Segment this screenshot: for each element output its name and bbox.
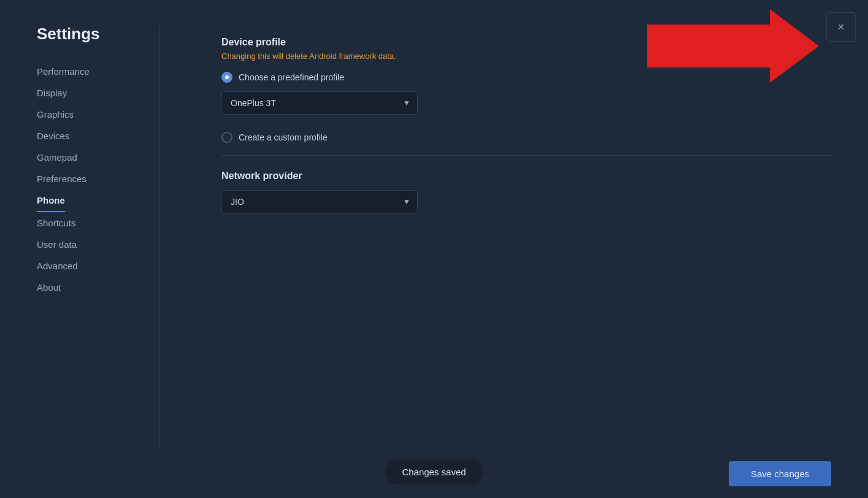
radio-predefined-circle bbox=[221, 72, 232, 83]
sidebar-item-about[interactable]: About bbox=[37, 277, 135, 298]
device-profile-section: Device profile Changing this will delete… bbox=[221, 37, 831, 143]
device-profile-label: Device profile bbox=[221, 37, 831, 48]
sidebar-item-gamepad[interactable]: Gamepad bbox=[37, 147, 135, 168]
sidebar-item-phone[interactable]: Phone bbox=[37, 190, 65, 212]
network-provider-section: Network provider JIO Airtel Vodafone BSN… bbox=[221, 170, 831, 213]
sidebar-item-advanced[interactable]: Advanced bbox=[37, 255, 135, 277]
network-provider-dropdown[interactable]: JIO Airtel Vodafone BSNL bbox=[221, 190, 418, 213]
main-content: Device profile Changing this will delete… bbox=[185, 25, 868, 498]
network-provider-label: Network provider bbox=[221, 170, 831, 182]
radio-predefined-label: Choose a predefined profile bbox=[239, 72, 344, 82]
predefined-profile-dropdown[interactable]: OnePlus 3T Samsung Galaxy S10 Pixel 4 Ne… bbox=[221, 91, 418, 115]
sidebar-item-shortcuts[interactable]: Shortcuts bbox=[37, 212, 135, 234]
save-changes-button[interactable]: Save changes bbox=[729, 461, 831, 486]
device-profile-warning: Changing this will delete Android framew… bbox=[221, 52, 831, 61]
predefined-profile-dropdown-wrapper: OnePlus 3T Samsung Galaxy S10 Pixel 4 Ne… bbox=[221, 91, 418, 115]
settings-container: Settings Performance Display Graphics De… bbox=[0, 0, 868, 498]
radio-predefined[interactable]: Choose a predefined profile bbox=[221, 72, 831, 83]
sidebar-item-display[interactable]: Display bbox=[37, 82, 135, 104]
network-dropdown-container: JIO Airtel Vodafone BSNL ▼ bbox=[221, 190, 418, 213]
sidebar-item-preferences[interactable]: Preferences bbox=[37, 168, 135, 190]
radio-custom-circle bbox=[221, 132, 232, 143]
sidebar-item-devices[interactable]: Devices bbox=[37, 125, 135, 147]
sidebar-divider bbox=[159, 25, 160, 498]
sidebar-item-graphics[interactable]: Graphics bbox=[37, 104, 135, 125]
section-divider bbox=[221, 155, 831, 156]
radio-custom-label: Create a custom profile bbox=[239, 132, 328, 142]
close-icon: × bbox=[838, 21, 845, 34]
sidebar-item-user-data[interactable]: User data bbox=[37, 234, 135, 255]
sidebar: Settings Performance Display Graphics De… bbox=[0, 25, 135, 498]
page-title: Settings bbox=[37, 25, 135, 44]
network-provider-dropdown-wrapper: JIO Airtel Vodafone BSNL ▼ bbox=[221, 190, 831, 213]
radio-custom[interactable]: Create a custom profile bbox=[221, 132, 831, 143]
close-button[interactable]: × bbox=[826, 12, 856, 42]
toast-notification: Changes saved bbox=[385, 459, 483, 485]
sidebar-item-performance[interactable]: Performance bbox=[37, 61, 135, 82]
